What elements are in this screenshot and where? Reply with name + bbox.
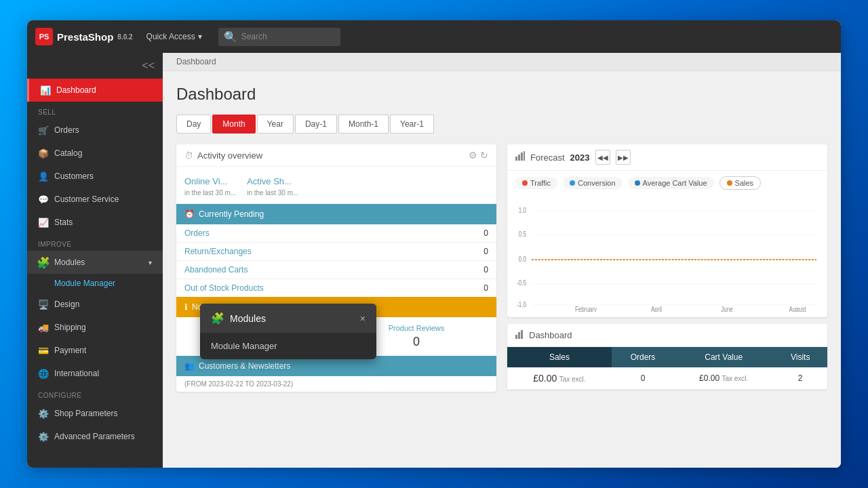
dashboard-icon: 📊	[40, 85, 51, 96]
svg-text:February: February	[575, 306, 597, 312]
sidebar-item-shop-parameters[interactable]: ⚙️ Shop Parameters	[27, 402, 163, 425]
svg-rect-19	[515, 335, 517, 339]
sidebar-item-label: Customer Service	[54, 195, 119, 204]
orders-label: Orders	[184, 228, 472, 238]
advanced-parameters-icon: ⚙️	[38, 431, 49, 442]
active-shoppers-sub: in the last 30 m...	[247, 189, 298, 197]
svg-text:0.5: 0.5	[519, 230, 526, 238]
catalog-icon: 📦	[38, 148, 49, 159]
svg-rect-3	[524, 151, 525, 161]
svg-text:-1.0: -1.0	[517, 301, 526, 308]
customers-date-range: (FROM 2023-02-22 TO 2023-03-22)	[176, 376, 496, 392]
conversion-label: Conversion	[578, 179, 616, 187]
legend-traffic[interactable]: Traffic	[515, 177, 557, 189]
forecast-next-next-btn[interactable]: ▶▶	[616, 150, 631, 165]
tab-month[interactable]: Month	[212, 115, 255, 134]
sidebar-item-label: Shipping	[54, 323, 86, 332]
col-orders: Orders	[612, 347, 674, 367]
forecast-chart: 1.0 0.5 0.0 -0.5 -1.0	[515, 201, 819, 312]
sidebar: << 📊 Dashboard SELL 🛒 Orders 📦 Catalog 👤…	[27, 53, 163, 468]
module-manager-item-label: Module Manager	[211, 341, 277, 351]
sales-dot	[727, 180, 732, 186]
sidebar-item-advanced-parameters[interactable]: ⚙️ Advanced Parameters	[27, 425, 163, 448]
sales-cell: £0.00 Tax excl.	[507, 367, 612, 390]
visits-cell: 2	[773, 367, 827, 390]
pending-icon: ⏰	[184, 209, 195, 219]
customers-title: Customers & Newsletters	[199, 361, 290, 371]
pending-content: Orders 0 Return/Exchanges 0 Abandoned Ca…	[176, 224, 496, 297]
search-bar: 🔍	[218, 28, 340, 46]
sidebar-item-label: Design	[54, 300, 79, 309]
avg-cart-dot	[635, 180, 640, 186]
quick-access-chevron: ▾	[198, 32, 202, 41]
svg-rect-21	[521, 330, 523, 339]
sales-label: Sales	[735, 179, 754, 187]
stats-icon: 📈	[38, 217, 49, 228]
modules-dropdown-item-manager[interactable]: Module Manager	[200, 333, 376, 359]
content-main: Dashboard Day Month Year Day-1 Month-1 Y…	[163, 71, 841, 468]
search-input[interactable]	[241, 32, 335, 41]
tab-year[interactable]: Year	[257, 115, 294, 134]
pending-header: ⏰ Currently Pending	[176, 204, 496, 224]
search-icon: 🔍	[224, 30, 237, 43]
module-manager-label: Module Manager	[54, 279, 115, 288]
tab-day-1[interactable]: Day-1	[295, 115, 337, 134]
sidebar-item-payment[interactable]: 💳 Payment	[27, 339, 163, 362]
returns-label: Return/Exchanges	[184, 247, 472, 256]
collapse-button[interactable]: <<	[27, 53, 163, 79]
sidebar-item-modules[interactable]: 🧩 Modules ▾	[27, 251, 163, 274]
quick-access-button[interactable]: Quick Access ▾	[141, 29, 208, 44]
payment-icon: 💳	[38, 345, 49, 356]
avg-cart-label: Average Cart Value	[643, 179, 707, 187]
tab-year-1[interactable]: Year-1	[390, 115, 434, 134]
section-sell: SELL	[27, 102, 163, 119]
settings-icon[interactable]: ⚙	[469, 150, 477, 161]
sales-table: Sales Orders Cart Value Visits	[507, 347, 827, 390]
sidebar-item-international[interactable]: 🌐 International	[27, 362, 163, 385]
legend-avg-cart[interactable]: Average Cart Value	[628, 177, 714, 189]
forecast-header: Forecast 2023 ◀◀ ▶▶	[507, 144, 827, 171]
tab-month-1[interactable]: Month-1	[338, 115, 389, 134]
sidebar-item-label: Catalog	[54, 148, 82, 158]
sidebar-item-customer-service[interactable]: 💬 Customer Service	[27, 188, 163, 211]
sidebar-item-dashboard[interactable]: 📊 Dashboard	[27, 79, 163, 102]
sidebar-item-label: Stats	[54, 218, 73, 227]
sidebar-subitem-module-manager[interactable]: Module Manager	[27, 274, 163, 293]
quick-access-label: Quick Access	[146, 32, 195, 41]
tab-day[interactable]: Day	[176, 115, 211, 134]
svg-text:August: August	[789, 306, 806, 312]
dashboard-bar-icon	[515, 329, 525, 341]
traffic-dot	[522, 180, 528, 186]
refresh-icon[interactable]: ↻	[480, 150, 488, 161]
design-icon: 🖥️	[38, 299, 49, 310]
sidebar-item-customers[interactable]: 👤 Customers	[27, 165, 163, 188]
forecast-year: 2023	[570, 152, 590, 163]
abandoned-value: 0	[472, 265, 488, 274]
modules-icon: 🧩	[38, 257, 49, 268]
sidebar-item-orders[interactable]: 🛒 Orders	[27, 119, 163, 142]
svg-rect-1	[518, 155, 520, 161]
active-shoppers-metric: Active Sh... in the last 30 m...	[247, 174, 298, 197]
svg-text:1.0: 1.0	[519, 207, 526, 215]
prestashop-logo: PS	[35, 28, 53, 45]
sidebar-item-label: Advanced Parameters	[54, 432, 135, 441]
sidebar-item-label: Modules	[54, 258, 85, 267]
legend-conversion[interactable]: Conversion	[563, 177, 623, 189]
sidebar-item-label: Payment	[54, 346, 86, 355]
forecast-prev-prev-btn[interactable]: ◀◀	[595, 150, 610, 165]
sidebar-item-stats[interactable]: 📈 Stats	[27, 211, 163, 234]
sidebar-item-label: Dashboard	[56, 85, 96, 95]
sidebar-item-catalog[interactable]: 📦 Catalog	[27, 142, 163, 165]
cart-value-cell: £0.00 Tax excl.	[674, 367, 773, 390]
shipping-icon: 🚚	[38, 322, 49, 333]
sidebar-item-shipping[interactable]: 🚚 Shipping	[27, 316, 163, 339]
modules-close-button[interactable]: ×	[360, 313, 366, 324]
legend-sales[interactable]: Sales	[719, 176, 762, 190]
col-cart-value: Cart Value	[674, 347, 773, 367]
customer-service-icon: 💬	[38, 194, 49, 205]
app-version: 8.0.2	[117, 33, 132, 41]
content-area: Dashboard Dashboard Day Month Year Day-1…	[163, 53, 841, 468]
active-shoppers-label: Active Sh...	[247, 174, 298, 189]
forecast-title: Forecast	[530, 152, 565, 163]
sidebar-item-design[interactable]: 🖥️ Design	[27, 293, 163, 316]
